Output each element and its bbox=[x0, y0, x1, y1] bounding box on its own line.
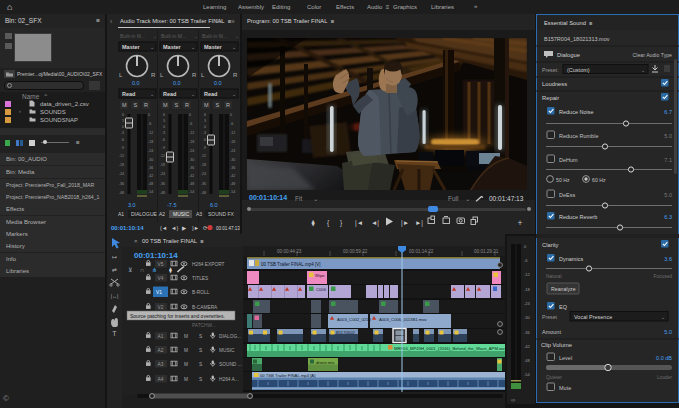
svg-text:Dynamics: Dynamics bbox=[559, 256, 583, 262]
svg-text:L: L bbox=[119, 72, 123, 78]
svg-text:-24: -24 bbox=[160, 172, 165, 176]
svg-text:⧫: ⧫ bbox=[169, 267, 172, 274]
svg-text:0.0: 0.0 bbox=[132, 80, 140, 86]
svg-text:S: S bbox=[216, 102, 220, 108]
svg-text:00:01:14:22: 00:01:14:22 bbox=[409, 249, 434, 254]
svg-text:A2: A2 bbox=[158, 348, 164, 353]
svg-text:-12: -12 bbox=[230, 131, 235, 135]
svg-text:-12: -12 bbox=[160, 154, 165, 158]
svg-text:Reduce Reverb: Reduce Reverb bbox=[559, 214, 597, 220]
svg-text:-3: -3 bbox=[121, 131, 124, 135]
svg-text:0: 0 bbox=[163, 125, 165, 129]
svg-text:Repair: Repair bbox=[542, 95, 559, 101]
svg-text:6.3: 6.3 bbox=[664, 214, 672, 220]
svg-text:-12: -12 bbox=[524, 272, 531, 277]
svg-text:A1: A1 bbox=[118, 211, 124, 217]
svg-text:∞: ∞ bbox=[511, 397, 515, 403]
svg-text:-48: -48 bbox=[119, 191, 124, 195]
svg-text:}►: }► bbox=[192, 225, 199, 231]
svg-text:⌄: ⌄ bbox=[641, 67, 645, 73]
svg-text:A1: A1 bbox=[158, 334, 164, 339]
svg-text:L: L bbox=[160, 72, 164, 78]
svg-text:MUSIC: MUSIC bbox=[219, 348, 235, 353]
svg-text:-18: -18 bbox=[201, 163, 206, 167]
svg-text:-24: -24 bbox=[230, 149, 235, 153]
svg-text:H264 EXPORT: H264 EXPORT bbox=[192, 262, 225, 267]
svg-text:⌄: ⌄ bbox=[194, 33, 198, 39]
svg-text:drone mix: drone mix bbox=[316, 360, 335, 365]
svg-text:M: M bbox=[204, 102, 209, 108]
svg-text:0: 0 bbox=[122, 125, 124, 129]
svg-text:DeEss: DeEss bbox=[559, 192, 575, 198]
svg-text:V1: V1 bbox=[156, 290, 162, 295]
svg-text:5.0: 5.0 bbox=[664, 133, 672, 139]
svg-text:6: 6 bbox=[163, 113, 165, 117]
svg-text:Preset:: Preset: bbox=[542, 67, 558, 73]
svg-text:-36: -36 bbox=[524, 330, 531, 335]
svg-text:B-ROLL: B-ROLL bbox=[192, 290, 210, 295]
svg-text:6: 6 bbox=[122, 113, 124, 117]
svg-text:3.6: 3.6 bbox=[664, 256, 672, 262]
svg-text:T: T bbox=[112, 330, 117, 337]
svg-text:-48: -48 bbox=[201, 191, 206, 195]
svg-text:-18: -18 bbox=[119, 163, 124, 167]
svg-text:⌄: ⌄ bbox=[153, 33, 157, 39]
svg-text:3: 3 bbox=[163, 119, 165, 123]
svg-text:V5: V5 bbox=[158, 262, 164, 267]
svg-text:-12: -12 bbox=[119, 154, 124, 158]
svg-text:Focused: Focused bbox=[654, 274, 673, 279]
svg-text:M: M bbox=[184, 377, 188, 382]
svg-text:⋔: ⋔ bbox=[152, 267, 157, 273]
svg-text:M: M bbox=[184, 362, 188, 367]
svg-text:-54: -54 bbox=[148, 190, 153, 194]
svg-text:00:01:10:14: 00:01:10:14 bbox=[111, 225, 144, 231]
svg-text:V2: V2 bbox=[158, 305, 164, 310]
svg-text:B1170602: B1170602 bbox=[336, 330, 355, 335]
svg-text:-9: -9 bbox=[162, 146, 165, 150]
svg-text:-18: -18 bbox=[524, 287, 531, 292]
svg-text:-6: -6 bbox=[189, 122, 192, 126]
svg-text:Reduce Noise: Reduce Noise bbox=[559, 109, 594, 115]
svg-text:Natural: Natural bbox=[546, 274, 561, 279]
svg-text:-48: -48 bbox=[524, 358, 531, 363]
svg-text:×: × bbox=[134, 238, 138, 244]
svg-text:◄|: ◄| bbox=[371, 219, 379, 227]
svg-text:M: M bbox=[163, 102, 168, 108]
svg-text:0.0: 0.0 bbox=[214, 80, 222, 86]
svg-text:Level: Level bbox=[559, 355, 572, 361]
svg-text:00 TSB Trailer FINAL.mp4 [V]: 00 TSB Trailer FINAL.mp4 [V] bbox=[261, 262, 320, 267]
svg-text:-12: -12 bbox=[201, 154, 206, 158]
svg-text:-24: -24 bbox=[148, 149, 153, 153]
svg-text:-30: -30 bbox=[148, 158, 153, 162]
svg-text:-30: -30 bbox=[524, 315, 531, 320]
svg-text:B157R004_18021313.mov: B157R004_18021313.mov bbox=[544, 36, 610, 42]
svg-text:⟳: ⟳ bbox=[203, 225, 208, 231]
svg-text:0: 0 bbox=[204, 125, 206, 129]
svg-text:-6: -6 bbox=[121, 138, 124, 142]
svg-text:-30: -30 bbox=[230, 158, 235, 162]
svg-text:Preset: Preset bbox=[542, 314, 558, 320]
svg-text:-18: -18 bbox=[148, 140, 153, 144]
svg-text:Read: Read bbox=[163, 91, 176, 97]
svg-text:3: 3 bbox=[122, 119, 124, 123]
svg-text:|◄: |◄ bbox=[355, 219, 363, 227]
svg-text:SOUND FX: SOUND FX bbox=[208, 211, 235, 217]
svg-text:⌄: ⌄ bbox=[232, 91, 236, 97]
svg-text:-48: -48 bbox=[160, 191, 165, 195]
svg-text:-24: -24 bbox=[119, 172, 124, 176]
svg-text:-36: -36 bbox=[189, 166, 194, 170]
svg-text:Reanalyze: Reanalyze bbox=[551, 286, 576, 292]
svg-text:⌄: ⌄ bbox=[150, 44, 154, 50]
svg-text:S: S bbox=[199, 377, 202, 382]
svg-text:-48: -48 bbox=[230, 182, 235, 186]
svg-text:EQ: EQ bbox=[559, 304, 568, 310]
svg-text:Read: Read bbox=[122, 91, 135, 97]
svg-text:Vocal Presence: Vocal Presence bbox=[574, 314, 612, 320]
svg-text:50 Hz: 50 Hz bbox=[556, 177, 570, 183]
svg-text:3.0: 3.0 bbox=[128, 202, 136, 208]
svg-text:60 Hz: 60 Hz bbox=[592, 177, 606, 183]
svg-text:-48: -48 bbox=[148, 182, 153, 186]
svg-text:A3: A3 bbox=[196, 211, 202, 217]
svg-text:A3: A3 bbox=[158, 362, 164, 367]
svg-text:⧫: ⧫ bbox=[311, 219, 315, 227]
